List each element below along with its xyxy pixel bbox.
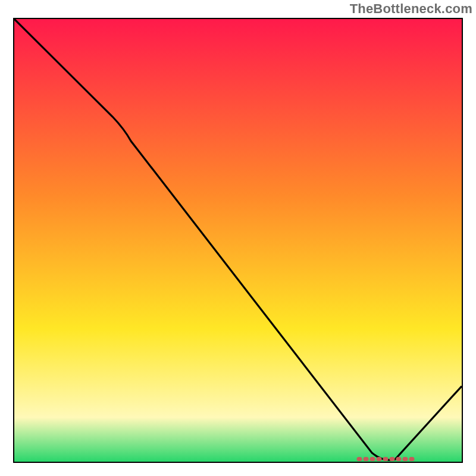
plot-area xyxy=(13,18,463,463)
watermark-text: TheBottleneck.com xyxy=(350,1,472,17)
bottleneck-curve xyxy=(14,19,462,460)
chart-stage: TheBottleneck.com xyxy=(0,0,476,476)
curve-layer xyxy=(14,19,462,462)
